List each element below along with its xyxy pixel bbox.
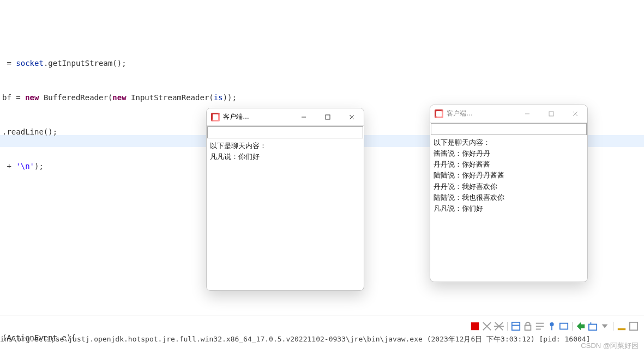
dropdown-icon[interactable]: [600, 321, 610, 331]
code-text: is: [214, 93, 223, 102]
java-cup-icon: [211, 113, 220, 121]
word-wrap-icon[interactable]: [535, 321, 545, 331]
pin-console-icon[interactable]: [547, 321, 557, 331]
svg-rect-1: [326, 115, 330, 119]
code-text: InputStreamReader(: [127, 93, 214, 102]
code-text: .getInputStream();: [44, 59, 127, 68]
chat-line: 酱酱说：你好丹丹: [434, 148, 584, 159]
code-text: ));: [223, 93, 237, 102]
minimize-button[interactable]: [515, 105, 539, 122]
code-keyword: new: [112, 93, 126, 102]
toolbar-separator: [613, 322, 613, 331]
code-text: );: [34, 162, 44, 170]
code-text: (ActionEvent e){: [2, 333, 76, 342]
svg-rect-23: [589, 324, 597, 330]
window-title: 客户端…: [223, 112, 249, 121]
display-selected-console-icon[interactable]: [576, 321, 586, 331]
java-cup-icon: [435, 109, 443, 118]
remove-all-terminated-icon[interactable]: [482, 321, 492, 331]
toolbar-separator: [507, 322, 508, 331]
code-text: =: [2, 59, 16, 68]
code-keyword: new: [25, 93, 39, 102]
open-console-icon[interactable]: [559, 321, 569, 331]
chat-log: 以下是聊天内容： 酱酱说：你好丹丹 丹丹说：你好酱酱 陆陆说：你好丹丹酱酱 丹丹…: [430, 135, 587, 282]
maximize-view-icon[interactable]: [629, 321, 639, 331]
titlebar[interactable]: 客户端…: [430, 105, 587, 123]
code-text: BufferedReader(: [39, 93, 112, 102]
remove-launch-icon[interactable]: [494, 321, 504, 331]
window-title: 客户端…: [447, 109, 473, 118]
chat-header: 以下是聊天内容：: [434, 137, 584, 148]
chat-line: 凡凡说：你们好: [434, 203, 584, 214]
svg-rect-26: [630, 322, 637, 330]
minimize-button[interactable]: [292, 108, 316, 125]
new-console-view-icon[interactable]: [588, 321, 598, 331]
maximize-button[interactable]: [316, 108, 340, 125]
code-text: bf =: [2, 93, 25, 102]
chat-header: 以下是聊天内容：: [210, 141, 360, 151]
minimize-view-icon[interactable]: [617, 321, 627, 331]
maximize-button[interactable]: [539, 105, 563, 122]
svg-point-20: [550, 322, 553, 326]
svg-rect-22: [560, 324, 568, 329]
chat-line: 丹丹说：我好喜欢你: [434, 181, 584, 192]
console-separator: [0, 315, 644, 315]
toolbar-separator: [572, 322, 573, 331]
svg-rect-16: [525, 325, 531, 330]
scroll-lock-icon[interactable]: [523, 321, 533, 331]
chat-line: 陆陆说：我也很喜欢你: [434, 192, 584, 203]
code-text: +: [2, 162, 16, 170]
console-toolbar: [470, 321, 639, 331]
close-button[interactable]: [340, 108, 364, 125]
terminate-icon[interactable]: [470, 321, 480, 331]
svg-rect-5: [549, 112, 553, 116]
svg-rect-8: [471, 322, 479, 330]
close-button[interactable]: [563, 105, 587, 122]
code-char-literal: '\n': [16, 162, 34, 170]
titlebar[interactable]: 客户端…: [207, 108, 364, 126]
code-text: socket: [16, 59, 44, 68]
svg-rect-14: [512, 322, 520, 330]
code-text: .readLine();: [2, 127, 57, 136]
clear-console-icon[interactable]: [511, 321, 521, 331]
